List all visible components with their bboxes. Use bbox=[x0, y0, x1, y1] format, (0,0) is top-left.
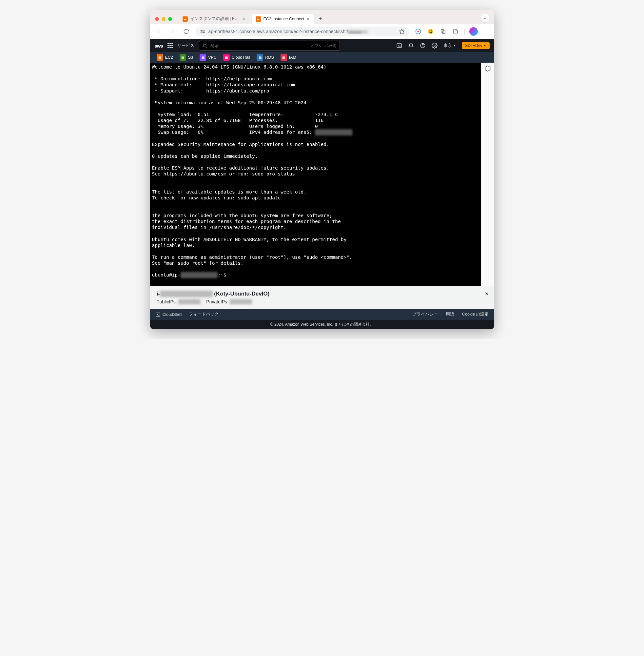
aws-logo[interactable]: aws bbox=[155, 43, 163, 48]
minimize-window-button[interactable] bbox=[162, 17, 165, 21]
svg-point-5 bbox=[203, 32, 204, 32]
service-link-cloudtrail[interactable]: ▦CloudTrail bbox=[221, 53, 253, 62]
aws-header: aws サービス [オプション+S] 東京▼ SDT+Dev bbox=[150, 39, 494, 52]
tab-ec2-details[interactable]: インスタンスの詳細 | EC2 | ap-n × bbox=[179, 14, 249, 24]
address-bar: ap-northeast-1.console.aws.amazon.com/ec… bbox=[150, 24, 494, 39]
terms-link[interactable]: 用語 bbox=[446, 312, 454, 317]
url-input[interactable]: ap-northeast-1.console.aws.amazon.com/ec… bbox=[195, 26, 410, 37]
instance-info-panel: × i-xxxxxxxxxxxxxxxxx (Koty-Ubuntu-DevIO… bbox=[150, 286, 494, 309]
help-icon[interactable] bbox=[420, 43, 426, 48]
aws-search-box[interactable]: [オプション+S] bbox=[199, 41, 340, 50]
close-icon[interactable]: × bbox=[307, 16, 310, 22]
svg-marker-22 bbox=[485, 66, 490, 71]
svg-marker-6 bbox=[399, 29, 405, 34]
svg-point-21 bbox=[434, 45, 436, 47]
profile-avatar[interactable] bbox=[469, 27, 478, 36]
svg-point-16 bbox=[203, 44, 206, 47]
svg-point-14 bbox=[456, 29, 457, 30]
tab-title: EC2 Instance Connect bbox=[263, 17, 304, 21]
search-input[interactable] bbox=[210, 43, 307, 48]
extensions-icon[interactable] bbox=[451, 27, 460, 36]
url-text: ap-northeast-1.console.aws.amazon.com/ec… bbox=[208, 29, 396, 34]
close-window-button[interactable] bbox=[155, 17, 159, 21]
close-icon[interactable]: × bbox=[242, 16, 245, 22]
cloudshell-icon[interactable] bbox=[396, 43, 402, 48]
feedback-link[interactable]: フィードバック bbox=[189, 312, 218, 317]
extension-icon-2[interactable] bbox=[427, 27, 435, 36]
role-selector[interactable]: SDT+Dev bbox=[462, 42, 489, 49]
region-selector[interactable]: 東京▼ bbox=[443, 43, 456, 48]
privacy-link[interactable]: プライバシー bbox=[412, 312, 438, 317]
extension-icon-1[interactable] bbox=[414, 27, 422, 36]
reload-button[interactable] bbox=[182, 27, 191, 36]
terminal[interactable]: Welcome to Ubuntu 24.04 LTS (GNU/Linux 6… bbox=[150, 63, 481, 286]
search-icon bbox=[203, 43, 207, 48]
aws-favicon-icon bbox=[256, 16, 261, 22]
svg-point-10 bbox=[430, 30, 431, 31]
service-link-vpc[interactable]: ▦VPC bbox=[197, 53, 219, 62]
services-label[interactable]: サービス bbox=[177, 43, 194, 48]
service-link-iam[interactable]: ▦IAM bbox=[278, 53, 299, 62]
aws-favicon-icon bbox=[183, 16, 188, 22]
main-area: Welcome to Ubuntu 24.04 LTS (GNU/Linux 6… bbox=[150, 63, 494, 286]
back-button[interactable] bbox=[154, 27, 163, 36]
right-rail bbox=[481, 63, 494, 286]
instance-ips: PublicIPs: xx.xx.xx.xx PrivateIPs: xx.xx… bbox=[157, 299, 488, 304]
s3-icon: ▦ bbox=[180, 54, 186, 61]
service-link-rds[interactable]: ▦RDS bbox=[254, 53, 276, 62]
services-grid-icon[interactable] bbox=[167, 43, 173, 48]
rds-icon: ▦ bbox=[257, 54, 263, 61]
search-hint: [オプション+S] bbox=[309, 43, 336, 48]
svg-point-4 bbox=[201, 30, 202, 31]
tab-instance-connect[interactable]: EC2 Instance Connect × bbox=[252, 14, 314, 24]
iam-icon: ▦ bbox=[280, 54, 287, 61]
cookie-link[interactable]: Cookie の設定 bbox=[462, 312, 489, 317]
copy-icon[interactable] bbox=[439, 27, 447, 36]
instance-title: i-xxxxxxxxxxxxxxxxx (Koty-Ubuntu-DevIO) bbox=[157, 291, 488, 297]
svg-point-11 bbox=[431, 30, 432, 31]
service-link-s3[interactable]: ▦S3 bbox=[177, 53, 196, 62]
kebab-menu-icon[interactable]: ⋮ bbox=[482, 27, 490, 36]
browser-toolbar: | ⋮ bbox=[414, 27, 490, 36]
service-shortcuts: ▦EC2▦S3▦VPC▦CloudTrail▦RDS▦IAM bbox=[150, 52, 494, 63]
close-panel-button[interactable]: × bbox=[485, 290, 489, 298]
tabs-dropdown-button[interactable]: ⌄ bbox=[481, 14, 489, 22]
cloudshell-link[interactable]: CloudShell bbox=[155, 312, 182, 317]
cloudtrail-icon: ▦ bbox=[223, 54, 230, 61]
svg-line-17 bbox=[206, 47, 207, 48]
tab-title: インスタンスの詳細 | EC2 | ap-n bbox=[190, 16, 240, 22]
vpc-icon: ▦ bbox=[200, 54, 206, 61]
tab-strip: インスタンスの詳細 | EC2 | ap-n × EC2 Instance Co… bbox=[150, 10, 494, 24]
aws-footer: CloudShell フィードバック プライバシー 用語 Cookie の設定 … bbox=[150, 309, 494, 329]
settings-icon[interactable] bbox=[432, 43, 438, 48]
notifications-icon[interactable] bbox=[408, 43, 414, 48]
hexagon-icon[interactable] bbox=[484, 65, 491, 72]
ec2-icon: ▦ bbox=[157, 54, 163, 61]
service-link-ec2[interactable]: ▦EC2 bbox=[154, 53, 176, 62]
window-controls bbox=[155, 17, 172, 21]
forward-button[interactable] bbox=[168, 27, 177, 36]
browser-window: インスタンスの詳細 | EC2 | ap-n × EC2 Instance Co… bbox=[150, 10, 494, 329]
site-settings-icon[interactable] bbox=[200, 29, 205, 34]
star-icon[interactable] bbox=[399, 28, 405, 35]
svg-point-9 bbox=[428, 29, 433, 34]
svg-point-15 bbox=[457, 30, 458, 31]
maximize-window-button[interactable] bbox=[168, 17, 172, 21]
svg-point-20 bbox=[423, 47, 423, 47]
copyright: © 2024, Amazon Web Services, Inc. またはその関… bbox=[150, 320, 494, 329]
svg-point-8 bbox=[417, 31, 419, 32]
new-tab-button[interactable]: + bbox=[316, 14, 325, 24]
